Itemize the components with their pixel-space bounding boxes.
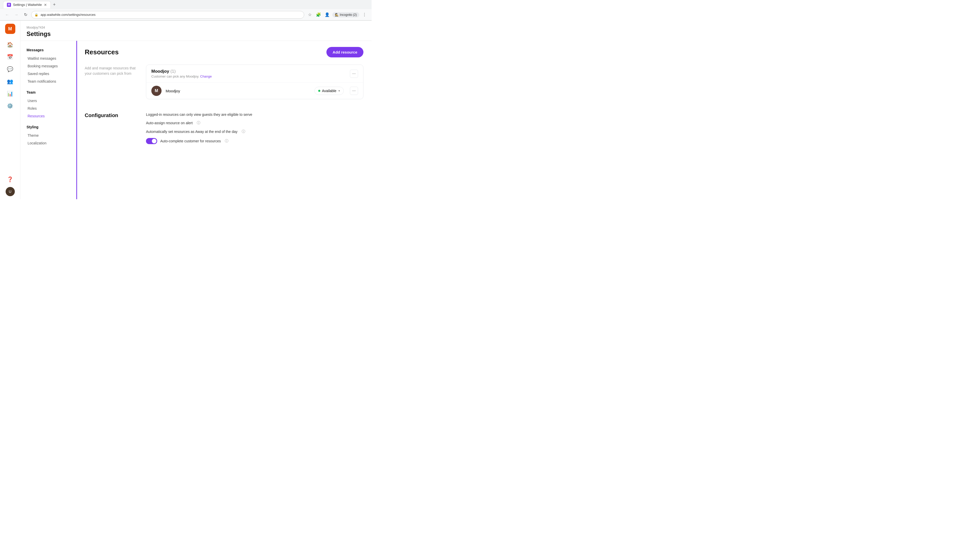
config-item-text-logged-in: Logged-in resources can only view guests… (146, 113, 252, 117)
tab-title: Settings | Waitwhile (13, 3, 42, 6)
sidebar-item-users[interactable]: 👥 (5, 76, 16, 87)
nav-item-roles[interactable]: Roles (24, 105, 72, 112)
bookmark-button[interactable]: ☆ (306, 11, 313, 18)
toggle-auto-complete[interactable] (146, 138, 157, 144)
resources-title: Resources (85, 48, 119, 56)
new-tab-button[interactable]: + (51, 1, 58, 8)
config-item-text-auto-complete: Auto-complete customer for resources (160, 139, 221, 143)
chevron-down-icon: ▾ (339, 89, 340, 93)
config-title: Configuration (85, 113, 136, 118)
config-item-logged-in: Logged-in resources can only view guests… (146, 113, 363, 117)
add-resource-button[interactable]: Add resource (326, 47, 363, 57)
resource-group-card: Moodjoy (1) Customer can pick any Moodjo… (146, 65, 363, 99)
app-logo[interactable]: M (5, 24, 15, 34)
sidebar-item-home[interactable]: 🏠 (5, 39, 16, 50)
tabs-bar: M Settings | Waitwhile ✕ + (0, 0, 372, 9)
configuration-section: Configuration Logged-in resources can on… (85, 113, 363, 144)
config-item-text-auto-assign: Auto-assign resource on alert (146, 121, 192, 125)
resource-count: (1) (170, 69, 176, 74)
nav-section-messages: Messages (24, 46, 72, 54)
nav-item-booking-messages[interactable]: Booking messages (24, 62, 72, 70)
nav-section-styling: Styling (24, 123, 72, 131)
lock-icon: 🔒 (35, 13, 38, 17)
profile-button[interactable]: 👤 (324, 11, 331, 18)
sidebar-item-settings[interactable]: ⚙️ (5, 100, 16, 111)
resource-group-subtitle: Customer can pick any Moodjoy. Change (151, 75, 212, 78)
menu-button[interactable]: ⋮ (361, 11, 368, 18)
nav-item-resources[interactable]: Resources (24, 112, 72, 120)
nav-item-team-notifications[interactable]: Team notifications (24, 78, 72, 85)
config-layout: Configuration Logged-in resources can on… (85, 113, 363, 144)
browser-toolbar: ← → ↻ 🔒 app.waitwhile.com/settings/resou… (0, 9, 372, 21)
back-button[interactable]: ← (3, 11, 11, 18)
toolbar-actions: ☆ 🧩 👤 🕵️ Incognito (2) ⋮ (306, 11, 368, 18)
tab-favicon: M (7, 3, 11, 7)
reload-button[interactable]: ↻ (22, 11, 29, 18)
resource-name: Moodjoy (165, 89, 310, 93)
nav-item-users[interactable]: Users (24, 97, 72, 105)
content-with-divider: Messages Waitlist messages Booking messa… (21, 41, 372, 199)
active-tab[interactable]: M Settings | Waitwhile ✕ (3, 1, 51, 8)
change-link[interactable]: Change (200, 75, 212, 78)
resource-group-info: Moodjoy (1) Customer can pick any Moodjo… (151, 69, 212, 78)
help-icon-away[interactable]: ⓘ (242, 129, 245, 134)
nav-item-waitlist-messages[interactable]: Waitlist messages (24, 55, 72, 62)
page-header: Moodjoy7434 Settings (21, 21, 372, 41)
sidebar: M 🏠 📅 💬 👥 📊 ⚙️ ❓ U (0, 21, 21, 199)
config-item-text-away: Automatically set resources as Away at t… (146, 130, 238, 134)
nav-section-team: Team (24, 88, 72, 97)
resources-layout: Add and manage resources that your custo… (85, 65, 363, 104)
breadcrumb: Moodjoy7434 (27, 26, 366, 29)
app-layout: M 🏠 📅 💬 👥 📊 ⚙️ ❓ U Moodjoy7434 Settings … (0, 21, 372, 199)
address-bar[interactable]: 🔒 app.waitwhile.com/settings/resources (31, 11, 304, 19)
config-item-away: Automatically set resources as Away at t… (146, 129, 363, 134)
browser-chrome: M Settings | Waitwhile ✕ + ← → ↻ 🔒 app.w… (0, 0, 372, 21)
config-item-auto-assign: Auto-assign resource on alert ⓘ (146, 121, 363, 125)
main-content: Moodjoy7434 Settings Messages Waitlist m… (21, 21, 372, 199)
resource-group-header: Moodjoy (1) Customer can pick any Moodjo… (146, 65, 363, 83)
group-more-button[interactable]: ··· (350, 70, 358, 78)
resource-group-name: Moodjoy (1) (151, 69, 212, 74)
page-title: Settings (27, 30, 366, 38)
config-item-auto-complete: Auto-complete customer for resources ⓘ (146, 138, 363, 144)
resources-page: Resources Add resource Add and manage re… (76, 41, 372, 199)
sidebar-item-calendar[interactable]: 📅 (5, 51, 16, 62)
sidebar-bottom: ❓ U (5, 174, 16, 196)
tab-close-button[interactable]: ✕ (44, 3, 47, 7)
resources-header: Resources Add resource (85, 47, 363, 57)
resources-description: Add and manage resources that your custo… (85, 65, 136, 104)
section-divider (76, 41, 77, 199)
help-icon-auto-assign[interactable]: ⓘ (197, 121, 200, 125)
url-text: app.waitwhile.com/settings/resources (41, 13, 95, 17)
status-dot (318, 90, 320, 92)
forward-button[interactable]: → (13, 11, 20, 18)
incognito-label: Incognito (2) (340, 13, 357, 17)
sidebar-item-chat[interactable]: 💬 (5, 64, 16, 75)
sidebar-item-help[interactable]: ❓ (5, 174, 16, 185)
incognito-icon: 🕵️ (335, 13, 339, 17)
resource-more-button[interactable]: ··· (350, 87, 358, 95)
status-dropdown[interactable]: Available ▾ (314, 87, 344, 95)
user-avatar[interactable]: U (6, 187, 15, 196)
config-description: Configuration (85, 113, 136, 144)
nav-item-localization[interactable]: Localization (24, 139, 72, 147)
config-items: Logged-in resources can only view guests… (146, 113, 363, 144)
resources-main: Moodjoy (1) Customer can pick any Moodjo… (146, 65, 363, 104)
sidebar-item-chart[interactable]: 📊 (5, 88, 16, 99)
nav-item-saved-replies[interactable]: Saved replies (24, 70, 72, 78)
help-icon-auto-complete[interactable]: ⓘ (225, 139, 228, 143)
resource-item: M Moodjoy Available ▾ ··· (146, 83, 363, 99)
extensions-button[interactable]: 🧩 (315, 11, 322, 18)
left-nav: Messages Waitlist messages Booking messa… (21, 41, 76, 199)
status-label: Available (322, 89, 336, 93)
incognito-badge: 🕵️ Incognito (2) (332, 12, 360, 17)
resource-avatar: M (151, 86, 162, 96)
nav-item-theme[interactable]: Theme (24, 132, 72, 139)
